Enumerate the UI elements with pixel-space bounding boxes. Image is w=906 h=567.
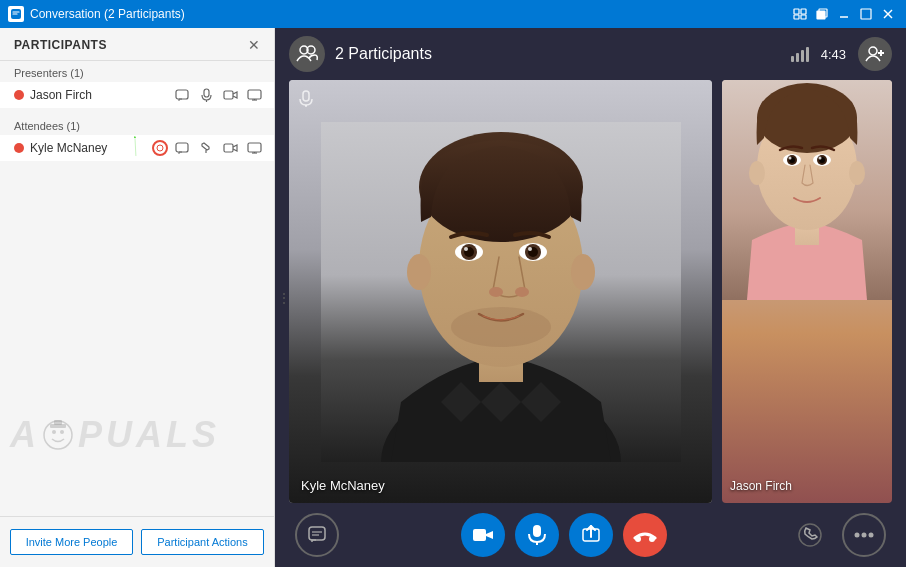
svg-point-30 xyxy=(60,430,64,434)
screen-icon[interactable] xyxy=(244,86,264,104)
svg-rect-76 xyxy=(533,525,541,537)
svg-point-35 xyxy=(869,47,877,55)
end-call-btn[interactable] xyxy=(623,513,667,557)
window-title: Conversation (2 Participants) xyxy=(30,7,185,21)
chat-control-btn[interactable] xyxy=(295,513,339,557)
svg-rect-13 xyxy=(204,89,209,97)
watermark: A P U A L S xyxy=(10,414,218,456)
participant-actions-btn[interactable]: Participant Actions xyxy=(141,529,264,555)
tile-btn[interactable] xyxy=(790,4,810,24)
kyle-face-svg xyxy=(321,122,681,462)
chat-icon[interactable] xyxy=(172,86,192,104)
svg-point-79 xyxy=(635,536,641,542)
attendee-name: Kyle McNaney xyxy=(30,141,152,155)
participants-info: 2 Participants xyxy=(289,36,432,72)
svg-point-19 xyxy=(157,145,163,151)
watermark-s: S xyxy=(192,414,218,456)
video-control-btn[interactable] xyxy=(461,513,505,557)
svg-rect-23 xyxy=(248,143,261,152)
svg-rect-75 xyxy=(473,529,486,541)
controls-center xyxy=(461,513,667,557)
svg-point-42 xyxy=(419,132,583,242)
presenter-name: Jason Firch xyxy=(30,88,172,102)
secondary-video-name: Jason Firch xyxy=(730,479,792,493)
svg-rect-4 xyxy=(801,15,806,19)
svg-point-61 xyxy=(757,83,857,153)
svg-rect-22 xyxy=(224,144,233,152)
app-icon xyxy=(8,6,24,22)
maximize-btn[interactable] xyxy=(856,4,876,24)
svg-point-83 xyxy=(862,533,867,538)
watermark-l: L xyxy=(166,414,190,456)
presenter-jason-row: Jason Firch xyxy=(0,82,274,108)
minimize-btn[interactable] xyxy=(834,4,854,24)
title-bar-left: Conversation (2 Participants) xyxy=(8,6,185,22)
svg-point-80 xyxy=(649,536,655,542)
more-control-btn[interactable] xyxy=(842,513,886,557)
video-area: 2 Participants 4:43 xyxy=(275,28,906,567)
attendee-action-icon[interactable] xyxy=(152,140,168,156)
restore-btn[interactable] xyxy=(812,4,832,24)
mic-icon[interactable] xyxy=(196,86,216,104)
svg-point-29 xyxy=(52,430,56,434)
participant-dot xyxy=(14,90,24,100)
invite-more-people-btn[interactable]: Invite More People xyxy=(10,529,133,555)
add-participant-btn[interactable] xyxy=(858,37,892,71)
svg-point-69 xyxy=(819,157,822,160)
participants-circle-icon xyxy=(289,36,325,72)
attendee-kyle-container: Kyle McNaney xyxy=(0,135,274,161)
svg-rect-1 xyxy=(794,9,799,14)
svg-rect-20 xyxy=(176,143,188,152)
attendee-chat-icon[interactable] xyxy=(172,139,192,157)
title-bar: Conversation (2 Participants) xyxy=(0,0,906,28)
sidebar: PARTICIPANTS ✕ Presenters (1) Jason Firc… xyxy=(0,28,275,567)
watermark-a2: A xyxy=(136,414,164,456)
attendee-mic-icon[interactable] xyxy=(196,139,216,157)
svg-point-84 xyxy=(869,533,874,538)
svg-rect-56 xyxy=(303,91,309,101)
svg-point-50 xyxy=(528,247,532,251)
svg-rect-9 xyxy=(861,9,871,19)
attendee-screen-icon[interactable] xyxy=(244,139,264,157)
window-controls xyxy=(790,4,898,24)
svg-point-51 xyxy=(489,287,503,297)
svg-point-46 xyxy=(464,247,468,251)
svg-rect-2 xyxy=(801,9,806,14)
presenter-icons xyxy=(172,86,264,104)
watermark-a1: A xyxy=(10,414,38,456)
attendees-label: Attendees (1) xyxy=(0,114,274,135)
mic-control-btn[interactable] xyxy=(515,513,559,557)
watermark-u: U xyxy=(106,414,134,456)
svg-point-52 xyxy=(515,287,529,297)
jason-face-svg xyxy=(722,80,892,300)
svg-point-54 xyxy=(407,254,431,290)
svg-point-82 xyxy=(855,533,860,538)
video-topbar: 2 Participants 4:43 xyxy=(275,28,906,80)
phone-control-btn[interactable] xyxy=(788,513,832,557)
signal-icon xyxy=(791,46,809,62)
controls-left xyxy=(295,513,339,557)
main-video-face xyxy=(289,80,712,503)
sidebar-content: Presenters (1) Jason Firch xyxy=(0,61,274,516)
sidebar-close-btn[interactable]: ✕ xyxy=(248,38,260,52)
main-video: Kyle McNaney xyxy=(289,80,712,503)
svg-point-71 xyxy=(849,161,865,185)
svg-rect-72 xyxy=(309,527,325,540)
video-icon[interactable] xyxy=(220,86,240,104)
close-btn[interactable] xyxy=(878,4,898,24)
share-control-btn[interactable] xyxy=(569,513,613,557)
secondary-video-face xyxy=(722,80,892,503)
svg-rect-3 xyxy=(794,15,799,19)
video-content: Kyle McNaney xyxy=(275,80,906,503)
participants-count: 2 Participants xyxy=(335,45,432,63)
attendee-dot xyxy=(14,143,24,153)
secondary-video: Jason Firch xyxy=(722,80,892,503)
controls-right xyxy=(788,513,886,557)
attendee-icons xyxy=(172,139,264,157)
main-layout: PARTICIPANTS ✕ Presenters (1) Jason Firc… xyxy=(0,28,906,567)
video-controls xyxy=(275,503,906,567)
watermark-p: P xyxy=(78,414,104,456)
attendee-video-icon[interactable] xyxy=(220,139,240,157)
svg-point-70 xyxy=(749,161,765,185)
svg-rect-12 xyxy=(176,90,188,99)
